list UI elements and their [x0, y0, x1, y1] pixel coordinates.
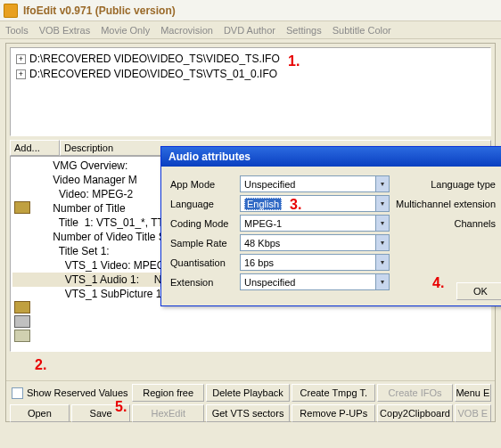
label-coding-mode: Coding Mode — [170, 218, 240, 229]
tree-label: D:\RECOVERED VIDEO\VIDEO_TS\VIDEO_TS.IFO — [29, 52, 280, 67]
video-icon — [14, 201, 30, 214]
label-language: Language — [170, 199, 240, 209]
hexedit-button[interactable]: HexEdit — [132, 404, 203, 422]
tree-item[interactable]: + D:\RECOVERED VIDEO\VIDEO_TS\VIDEO_TS.I… — [16, 52, 485, 67]
remove-pups-button[interactable]: Remove P-UPs — [292, 404, 375, 422]
ifo-tree[interactable]: + D:\RECOVERED VIDEO\VIDEO_TS\VIDEO_TS.I… — [10, 47, 491, 136]
audio-icon — [14, 315, 30, 328]
combo-app-mode[interactable]: Unspecified — [240, 175, 390, 192]
show-reserved-checkbox[interactable] — [12, 387, 23, 399]
vob-e-button[interactable]: VOB E — [455, 404, 491, 422]
label-app-mode: App Mode — [170, 179, 240, 190]
window-titlebar: IfoEdit v0.971 (Public version) — [0, 0, 501, 21]
audio-attributes-dialog: Audio attributes App Mode Unspecified La… — [160, 146, 501, 306]
label-sample-rate: Sample Rate — [170, 238, 240, 248]
menu-movie-only[interactable]: Movie Only — [101, 25, 150, 36]
create-ifos-button[interactable]: Create IFOs — [377, 384, 452, 402]
ok-button[interactable]: OK — [456, 282, 501, 300]
menu-dvd-author[interactable]: DVD Author — [224, 25, 275, 36]
expand-icon[interactable]: + — [16, 54, 26, 64]
dialog-title: Audio attributes — [161, 147, 501, 167]
menu-settings[interactable]: Settings — [286, 25, 322, 36]
subpicture-icon — [14, 330, 30, 342]
app-icon — [4, 4, 18, 18]
delete-playback-button[interactable]: Delete Playback — [206, 384, 290, 402]
save-button[interactable]: Save — [71, 404, 131, 422]
chevron-down-icon[interactable] — [375, 274, 389, 289]
menu-e-button[interactable]: Menu E — [455, 384, 491, 402]
label-multichannel-ext: Multichannel extension — [390, 199, 499, 209]
chevron-down-icon[interactable] — [375, 176, 389, 191]
menu-subtitle-color[interactable]: Subtitle Color — [333, 25, 391, 36]
create-tmpg-button[interactable]: Create Tmpg T. — [292, 384, 375, 402]
window-title: IfoEdit v0.971 (Public version) — [23, 4, 176, 17]
show-reserved-label: Show Reserved Values — [27, 387, 128, 398]
combo-quantisation[interactable]: 16 bps — [240, 254, 390, 271]
menubar: Tools VOB Extras Movie Only Macrovision … — [0, 21, 501, 39]
bottom-toolbar: Show Reserved Values Region free Delete … — [6, 380, 495, 421]
chevron-down-icon[interactable] — [375, 216, 389, 231]
col-add[interactable]: Add... — [10, 140, 60, 156]
label-extension: Extension — [170, 277, 240, 288]
open-button[interactable]: Open — [10, 404, 70, 422]
label-language-type: Language type — [390, 179, 499, 190]
get-vts-sectors-button[interactable]: Get VTS sectors — [206, 404, 290, 422]
region-free-button[interactable]: Region free — [132, 384, 203, 402]
chevron-down-icon[interactable] — [375, 235, 389, 250]
workarea: + D:\RECOVERED VIDEO\VIDEO_TS\VIDEO_TS.I… — [5, 43, 496, 422]
menu-vob-extras[interactable]: VOB Extras — [39, 25, 90, 36]
menu-tools[interactable]: Tools — [5, 25, 29, 36]
combo-language[interactable]: English — [240, 195, 390, 212]
video-icon — [14, 301, 30, 314]
chevron-down-icon[interactable] — [375, 196, 389, 211]
label-channels: Channels — [390, 218, 499, 229]
tree-item[interactable]: + D:\RECOVERED VIDEO\VIDEO_TS\VTS_01_0.I… — [16, 67, 485, 82]
combo-extension[interactable]: Unspecified — [240, 273, 390, 290]
chevron-down-icon[interactable] — [375, 255, 389, 270]
combo-coding-mode[interactable]: MPEG-1 — [240, 215, 390, 232]
expand-icon[interactable]: + — [16, 69, 26, 79]
tree-label: D:\RECOVERED VIDEO\VIDEO_TS\VTS_01_0.IFO — [29, 67, 277, 82]
menu-macrovision[interactable]: Macrovision — [160, 25, 213, 36]
copy2clipboard-button[interactable]: Copy2Clipboard — [377, 404, 452, 422]
label-quantisation: Quantisation — [170, 257, 240, 268]
combo-sample-rate[interactable]: 48 Kbps — [240, 234, 390, 251]
annotation-2: 2. — [35, 357, 46, 373]
